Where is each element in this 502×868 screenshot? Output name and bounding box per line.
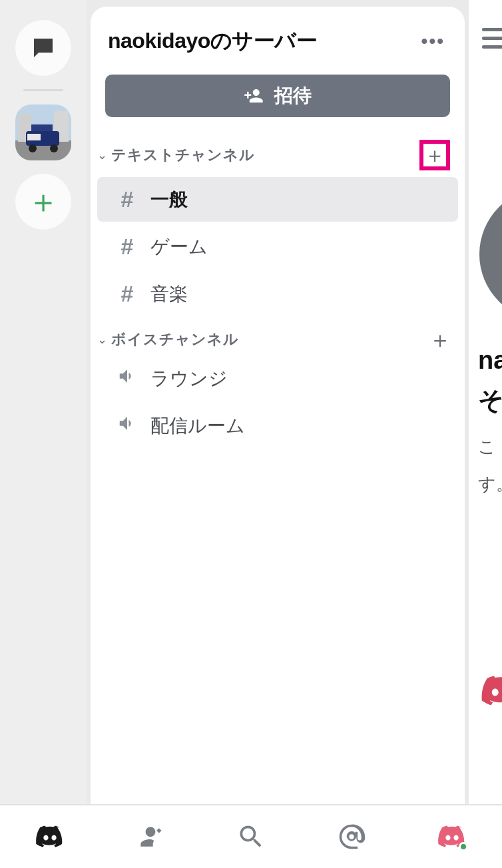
category-label: テキストチャンネル [111, 145, 255, 165]
tab-mentions[interactable] [333, 818, 370, 855]
app-root: ＋ naokidayoのサーバー ••• 招待 ⌄ テキストチャンネル ＋ [0, 0, 502, 868]
person-plus-icon [244, 86, 264, 106]
peek-text-3: こ [478, 435, 496, 459]
plus-icon: ＋ [424, 144, 445, 166]
invite-label: 招待 [274, 83, 312, 108]
search-icon [236, 822, 266, 851]
speaker-icon [116, 413, 138, 439]
discord-logo-icon [481, 671, 502, 711]
text-channel-music[interactable]: # 音楽 [97, 272, 458, 316]
status-online-icon [459, 842, 468, 851]
speech-bubble-icon [29, 34, 57, 62]
svg-rect-8 [31, 124, 53, 131]
voice-channel-stream[interactable]: 配信ルーム [97, 403, 458, 448]
discord-logo-icon [35, 822, 65, 851]
category-header-voice[interactable]: ⌄ ボイスチャンネル ＋ [91, 318, 465, 355]
server-title: naokidayoのサーバー [108, 27, 317, 56]
bottom-tab-bar [0, 804, 502, 868]
main-area: ＋ naokidayoのサーバー ••• 招待 ⌄ テキストチャンネル ＋ [0, 0, 502, 804]
channel-label: 一般 [150, 187, 188, 212]
svg-rect-5 [27, 134, 41, 140]
server-more-button[interactable]: ••• [419, 27, 447, 56]
peek-text-2: そ [478, 383, 502, 417]
guild-rail: ＋ [0, 0, 87, 804]
dm-button[interactable] [15, 20, 71, 76]
peek-text-4: す。 [478, 473, 502, 496]
category-label: ボイスチャンネル [111, 329, 239, 349]
invite-button[interactable]: 招待 [105, 75, 450, 117]
server-avatar-icon [15, 105, 71, 160]
svg-point-6 [29, 144, 37, 152]
add-server-button[interactable]: ＋ [15, 174, 71, 230]
category-toggle[interactable]: ⌄ ボイスチャンネル [97, 329, 239, 349]
category-toggle[interactable]: ⌄ テキストチャンネル [97, 145, 255, 165]
channel-panel: naokidayoのサーバー ••• 招待 ⌄ テキストチャンネル ＋ # 一般 [91, 7, 465, 804]
channel-label: ラウンジ [150, 366, 228, 391]
text-channel-general[interactable]: # 一般 [97, 177, 458, 222]
chevron-down-icon: ⌄ [97, 148, 107, 162]
panel-header: naokidayoのサーバー ••• [91, 7, 465, 63]
hash-icon: # [116, 281, 138, 307]
channel-label: ゲーム [150, 234, 208, 260]
add-voice-channel-button[interactable]: ＋ [430, 329, 450, 349]
plus-icon: ＋ [27, 186, 59, 218]
at-icon [337, 822, 366, 851]
tab-search[interactable] [232, 818, 270, 855]
channel-label: 配信ルーム [150, 413, 245, 439]
guild-separator [23, 89, 63, 91]
person-wave-icon [136, 822, 165, 851]
text-channel-game[interactable]: # ゲーム [97, 224, 458, 269]
peek-text-1: na [478, 346, 502, 375]
category-header-text[interactable]: ⌄ テキストチャンネル ＋ [91, 128, 465, 176]
tab-home[interactable] [31, 818, 69, 855]
voice-channel-lounge[interactable]: ラウンジ [97, 356, 458, 401]
avatar-placeholder [479, 188, 502, 321]
server-icon[interactable] [15, 105, 71, 160]
add-text-channel-button[interactable]: ＋ [419, 140, 450, 170]
speaker-icon [116, 365, 138, 391]
svg-point-7 [50, 144, 58, 152]
hash-icon: # [116, 234, 138, 260]
right-content-peek: na そ こ す。 [469, 0, 502, 804]
tab-friends[interactable] [132, 818, 169, 855]
chevron-down-icon: ⌄ [97, 332, 107, 347]
hamburger-icon[interactable] [482, 28, 502, 49]
hash-icon: # [116, 186, 138, 212]
tab-profile[interactable] [433, 818, 471, 855]
channel-label: 音楽 [150, 282, 188, 307]
plus-icon: ＋ [429, 328, 451, 351]
